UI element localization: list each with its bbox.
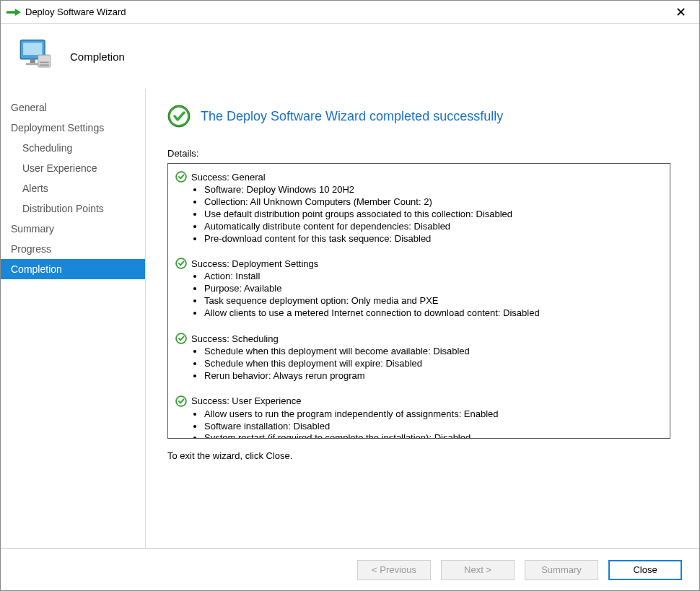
list-item: Task sequence deployment option: Only me… xyxy=(204,295,662,307)
section-title: Success: Scheduling xyxy=(191,333,279,344)
section-list: Action: InstallPurpose: AvailableTask se… xyxy=(204,271,662,320)
details-box[interactable]: Success: GeneralSoftware: Deploy Windows… xyxy=(167,163,670,439)
list-item: Pre-download content for this task seque… xyxy=(204,233,662,245)
list-item: Rerun behavior: Always rerun program xyxy=(204,370,662,382)
list-item: Action: Install xyxy=(204,271,662,283)
deploy-arrow-icon xyxy=(6,7,21,17)
details-section: Success: GeneralSoftware: Deploy Windows… xyxy=(175,171,662,245)
sidebar-item-summary[interactable]: Summary xyxy=(1,219,145,239)
window-close-button[interactable]: ✕ xyxy=(668,3,694,22)
sidebar-item-completion[interactable]: Completion xyxy=(1,259,145,279)
section-list: Software: Deploy Windows 10 20H2Collecti… xyxy=(204,184,662,245)
svg-rect-6 xyxy=(40,64,49,66)
sidebar-item-general[interactable]: General xyxy=(1,97,145,118)
list-item: Allow clients to use a metered Internet … xyxy=(204,307,662,320)
next-button: Next > xyxy=(441,560,515,580)
wizard-header: Completion xyxy=(1,24,699,89)
list-item: Automatically distribute content for dep… xyxy=(204,221,662,233)
sidebar-item-deployment-settings[interactable]: Deployment Settings xyxy=(1,118,145,138)
previous-button: < Previous xyxy=(357,560,431,580)
success-check-icon xyxy=(175,258,187,269)
section-header: Success: Scheduling xyxy=(175,333,662,344)
section-title: Success: User Experience xyxy=(191,395,301,406)
close-button[interactable]: Close xyxy=(608,560,682,580)
list-item: Purpose: Available xyxy=(204,283,662,295)
list-item: Use default distribution point groups as… xyxy=(204,209,662,221)
wizard-sidebar: GeneralDeployment SettingsSchedulingUser… xyxy=(1,89,145,550)
details-section: Success: SchedulingSchedule when this de… xyxy=(175,333,662,382)
list-item: Software: Deploy Windows 10 20H2 xyxy=(204,184,662,196)
list-item: Schedule when this deployment will expir… xyxy=(204,358,662,370)
section-title: Success: Deployment Settings xyxy=(191,258,318,269)
list-item: Software installation: Disabled xyxy=(204,421,662,433)
svg-rect-2 xyxy=(30,59,36,64)
details-label: Details: xyxy=(167,148,670,159)
sidebar-item-user-experience[interactable]: User Experience xyxy=(1,158,145,178)
svg-rect-3 xyxy=(26,63,40,65)
success-title: The Deploy Software Wizard completed suc… xyxy=(201,109,503,124)
success-check-icon xyxy=(175,395,187,407)
summary-button: Summary xyxy=(525,560,598,580)
svg-point-8 xyxy=(170,108,188,125)
computer-monitor-icon xyxy=(14,35,57,78)
list-item: Collection: All Unknown Computers (Membe… xyxy=(204,196,662,209)
window-title: Deploy Software Wizard xyxy=(25,6,126,17)
details-section: Success: Deployment SettingsAction: Inst… xyxy=(175,258,662,320)
sidebar-item-scheduling[interactable]: Scheduling xyxy=(1,138,145,158)
success-check-icon xyxy=(175,171,187,183)
svg-rect-5 xyxy=(40,62,49,64)
wizard-content: The Deploy Software Wizard completed suc… xyxy=(145,89,699,550)
success-check-icon xyxy=(167,105,191,128)
details-section: Success: User ExperienceAllow users to r… xyxy=(175,395,662,439)
section-title: Success: General xyxy=(191,172,266,183)
wizard-main: GeneralDeployment SettingsSchedulingUser… xyxy=(1,89,699,550)
exit-instruction: To exit the wizard, click Close. xyxy=(167,450,670,461)
section-header: Success: Deployment Settings xyxy=(175,258,662,269)
section-list: Allow users to run the program independe… xyxy=(204,408,662,439)
sidebar-item-alerts[interactable]: Alerts xyxy=(1,178,145,198)
svg-rect-1 xyxy=(23,43,42,55)
list-item: Schedule when this deployment will becom… xyxy=(204,346,662,358)
success-check-icon xyxy=(175,333,187,344)
success-header: The Deploy Software Wizard completed suc… xyxy=(167,105,670,128)
titlebar: Deploy Software Wizard ✕ xyxy=(1,1,699,24)
list-item: System restart (if required to complete … xyxy=(204,432,662,439)
list-item: Allow users to run the program independe… xyxy=(204,408,662,421)
section-list: Schedule when this deployment will becom… xyxy=(204,346,662,382)
wizard-footer: < Previous Next > Summary Close xyxy=(1,548,699,590)
wizard-step-title: Completion xyxy=(70,51,125,63)
section-header: Success: General xyxy=(175,171,662,183)
section-header: Success: User Experience xyxy=(175,395,662,407)
sidebar-item-distribution-points[interactable]: Distribution Points xyxy=(1,198,145,219)
sidebar-item-progress[interactable]: Progress xyxy=(1,239,145,259)
